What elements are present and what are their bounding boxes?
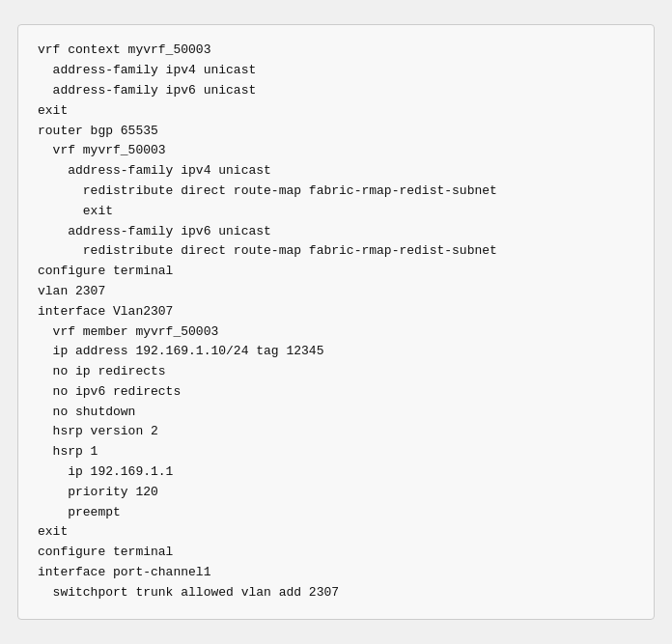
code-container: vrf context myvrf_50003 address-family i… — [17, 24, 655, 619]
code-block: vrf context myvrf_50003 address-family i… — [38, 41, 634, 602]
